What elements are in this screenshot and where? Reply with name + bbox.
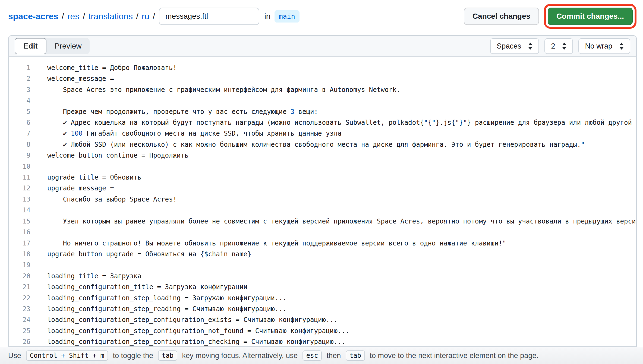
commit-changes-button[interactable]: Commit changes... [548, 8, 633, 25]
code-line[interactable]: 8 ✔ Любой SSD (или несколько) с как можн… [9, 139, 636, 150]
line-content: ✔ Адрес кошелька на который будут поступ… [30, 117, 636, 128]
line-number: 3 [9, 84, 30, 95]
annotation-highlight-ring: Commit changes... [544, 4, 636, 29]
line-number: 5 [9, 106, 30, 117]
code-line[interactable]: 6 ✔ Адрес кошелька на который будут пост… [9, 117, 636, 128]
updown-arrows-icon [619, 43, 624, 50]
code-line[interactable]: 11upgrade_title = Обновить [9, 172, 636, 183]
cancel-changes-button[interactable]: Cancel changes [464, 8, 539, 25]
code-line[interactable]: 13 Спасибо за выбор Space Acres! [9, 194, 636, 205]
line-content [30, 227, 47, 238]
code-line[interactable]: 18upgrade_button_upgrade = Обновиться на… [9, 249, 636, 260]
line-content: Space Acres это приложение с графическим… [30, 84, 400, 95]
line-content: welcome_message = [30, 73, 114, 84]
code-line[interactable]: 20loading_title = Загрузка [9, 271, 636, 282]
header-actions: Cancel changes Commit changes... [464, 4, 636, 29]
file-editor-header: space-acres / res / translations / ru / … [0, 0, 643, 33]
code-line[interactable]: 3 Space Acres это приложение с графическ… [9, 84, 636, 95]
line-number: 8 [9, 139, 30, 150]
line-content [30, 95, 47, 106]
code-line[interactable]: 7 ✔ 100 Гигабайт свободного места на дис… [9, 128, 636, 139]
indent-size-value: 2 [551, 42, 555, 50]
code-line[interactable]: 10 [9, 161, 636, 172]
breadcrumb-segment-translations[interactable]: translations [88, 11, 133, 21]
code-line[interactable]: 4 [9, 95, 636, 106]
line-content: upgrade_title = Обновить [30, 172, 141, 183]
branch-badge: main [275, 10, 300, 23]
breadcrumb-separator: / [62, 11, 64, 21]
updown-arrows-icon [528, 43, 532, 50]
breadcrumb-separator: / [83, 11, 85, 21]
code-line[interactable]: 12upgrade_message = [9, 183, 636, 194]
line-content: loading_title = Загрузка [30, 271, 141, 282]
tab-preview[interactable]: Preview [46, 39, 90, 54]
code-line[interactable]: 14 [9, 205, 636, 216]
breadcrumb-separator: / [153, 11, 155, 21]
line-number: 15 [9, 216, 30, 227]
line-number: 4 [9, 95, 30, 106]
line-number: 13 [9, 194, 30, 205]
filename-input[interactable] [159, 8, 259, 25]
line-number: 25 [9, 325, 30, 336]
breadcrumb-segment-res[interactable]: res [67, 11, 79, 21]
code-line[interactable]: 1welcome_title = Добро Пожаловать! [9, 62, 636, 73]
line-number: 21 [9, 282, 30, 292]
editor-settings: Spaces 2 No wrap [490, 38, 630, 54]
line-number: 2 [9, 73, 30, 84]
accessibility-hint-bar: Use Control + Shift + m to toggle the ta… [0, 347, 643, 364]
code-line[interactable]: 17 Но ничего страшного! Вы можете обнови… [9, 238, 636, 249]
line-content: loading_configuration_step_configuration… [30, 314, 338, 325]
code-line[interactable]: 23loading_configuration_step_reading = С… [9, 304, 636, 314]
line-content: Узел которым вы ранее управляли более не… [30, 216, 636, 227]
line-number: 18 [9, 249, 30, 260]
line-content: Но ничего страшного! Вы можете обновить … [30, 238, 506, 249]
code-line[interactable]: 16 [9, 227, 636, 238]
code-line[interactable]: 25loading_configuration_step_configurati… [9, 325, 636, 336]
indent-mode-select[interactable]: Spaces [490, 38, 539, 54]
tab-edit[interactable]: Edit [15, 38, 46, 54]
code-line[interactable]: 26loading_configuration_step_configurati… [9, 336, 636, 346]
line-number: 10 [9, 161, 30, 172]
line-content [30, 161, 47, 172]
code-line[interactable]: 9welcome_button_continue = Продолжить [9, 150, 636, 161]
updown-arrows-icon [562, 43, 566, 50]
keyboard-shortcut-chip: tab [346, 350, 365, 361]
line-number: 26 [9, 336, 30, 346]
line-number: 12 [9, 183, 30, 194]
wrap-mode-select[interactable]: No wrap [578, 38, 630, 54]
code-line[interactable]: 5 Прежде чем продолжить, проверьте что у… [9, 106, 636, 117]
line-content: ✔ 100 Гигабайт свободного места на диске… [30, 128, 342, 139]
code-editor-area[interactable]: 1welcome_title = Добро Пожаловать!2welco… [9, 57, 636, 346]
breadcrumb-repo-link[interactable]: space-acres [8, 11, 58, 21]
code-line[interactable]: 21loading_configuration_title = Загрузка… [9, 282, 636, 292]
hint-text: Use [8, 352, 23, 360]
line-content [30, 205, 47, 216]
keyboard-shortcut-chip: tab [158, 350, 177, 361]
line-number: 20 [9, 271, 30, 282]
hint-text: to toggle the [111, 352, 155, 360]
line-content: Прежде чем продолжить, проверьте что у в… [30, 106, 318, 117]
line-number: 24 [9, 314, 30, 325]
file-editor-panel: Edit Preview Spaces 2 No wrap 1welcome_t… [8, 35, 637, 347]
code-line[interactable]: 2welcome_message = [9, 73, 636, 84]
breadcrumb: space-acres / res / translations / ru / [8, 11, 155, 21]
breadcrumb-separator: / [136, 11, 138, 21]
indent-size-select[interactable]: 2 [544, 38, 573, 54]
line-number: 7 [9, 128, 30, 139]
code-line[interactable]: 24loading_configuration_step_configurati… [9, 314, 636, 325]
line-content: upgrade_button_upgrade = Обновиться на {… [30, 249, 251, 260]
breadcrumb-segment-ru[interactable]: ru [142, 11, 149, 21]
line-content [30, 260, 47, 270]
code-line[interactable]: 15 Узел которым вы ранее управляли более… [9, 216, 636, 227]
hint-text: to move to the next interactive element … [368, 352, 538, 360]
line-content: loading_configuration_step_configuration… [30, 336, 345, 346]
wrap-mode-value: No wrap [585, 42, 612, 50]
code-line[interactable]: 19 [9, 260, 636, 270]
line-number: 14 [9, 205, 30, 216]
line-content: Спасибо за выбор Space Acres! [30, 194, 177, 205]
indent-mode-value: Spaces [497, 42, 521, 50]
in-branch-label: in [264, 12, 270, 21]
line-number: 22 [9, 293, 30, 304]
code-line[interactable]: 22loading_configuration_step_loading = З… [9, 293, 636, 304]
line-number: 16 [9, 227, 30, 238]
